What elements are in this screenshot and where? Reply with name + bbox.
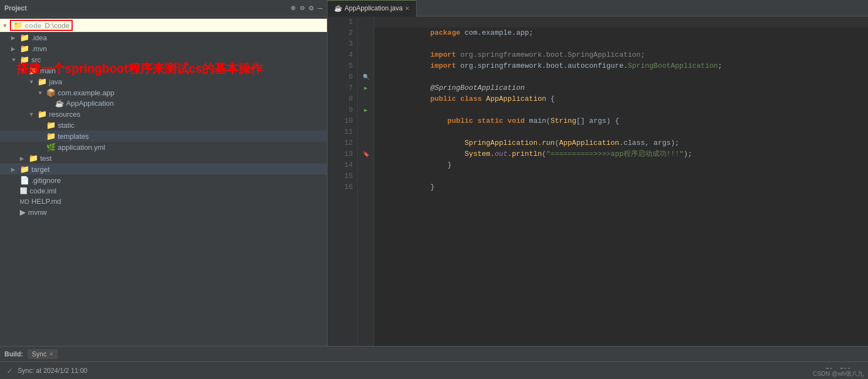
code-folder-label: code xyxy=(25,21,41,30)
line-num-16: 16 xyxy=(332,182,353,193)
minimize-icon[interactable]: — xyxy=(318,4,323,13)
arrow-main xyxy=(20,68,29,74)
dot-12b: . xyxy=(507,150,512,158)
gutter-6: 🔍 xyxy=(358,72,374,83)
tab-appapplication[interactable]: ☕ AppApplication.java ✕ xyxy=(327,0,417,17)
sync-time: Sync: at 2024/1/2 11:00 xyxy=(18,367,88,375)
settings-icon[interactable]: ⊕ xyxy=(291,3,295,13)
build-tab-close[interactable]: ✕ xyxy=(49,351,53,357)
code-line-15[interactable]: } xyxy=(374,171,868,182)
line-num-6: 6 xyxy=(332,72,353,83)
java-file-icon: ☕ xyxy=(55,99,64,107)
folder-icon-resources: 📁 xyxy=(37,110,47,118)
tree-item-test[interactable]: 📁 test xyxy=(0,153,327,164)
import-path-4c: ; xyxy=(718,62,722,70)
arrow-resources xyxy=(29,111,37,117)
tab-close-button[interactable]: ✕ xyxy=(405,5,410,12)
tree-item-gitignore[interactable]: 📄 .gitignore xyxy=(0,175,327,186)
tree-item-java[interactable]: 📁 java xyxy=(0,76,327,87)
line-num-12: 12 xyxy=(332,138,353,149)
folder-icon-static: 📁 xyxy=(46,121,56,129)
folder-icon-target: 📁 xyxy=(20,165,29,174)
arr-9: [] args) { xyxy=(576,117,619,125)
test-label: test xyxy=(40,154,52,163)
gitignore-label: .gitignore xyxy=(31,176,61,185)
gutter-16 xyxy=(358,182,374,193)
tree-item-templates[interactable]: 📁 templates xyxy=(0,131,327,142)
println-12: println xyxy=(512,150,542,158)
arrow-none7 xyxy=(11,198,20,204)
import-kw-4: import xyxy=(430,62,456,70)
line-num-5: 5 xyxy=(332,61,353,72)
kw-static-9: static xyxy=(477,117,503,125)
tree-item-appapplication[interactable]: ☕ AppApplication xyxy=(0,98,327,109)
folder-icon-java: 📁 xyxy=(37,77,47,86)
str-12: "==========>>>>app程序启动成功!!!" xyxy=(546,150,684,158)
tree-item-mvn[interactable]: 📁 .mvn xyxy=(0,43,327,54)
tree-item-target[interactable]: 📁 target xyxy=(0,164,327,175)
build-content: ✓ Sync: at 2024/1/2 11:00 53 s 598 ms xyxy=(0,362,868,379)
tree-item-resources[interactable]: 📁 resources xyxy=(0,109,327,120)
line-num-8: 8 xyxy=(332,94,353,105)
code-line-11[interactable]: SpringApplication.run(AppApplication.cla… xyxy=(374,127,868,138)
tree-item-mvnw[interactable]: ▶ mvnw xyxy=(0,207,327,218)
code-line-3[interactable]: import org.springframework.boot.SpringAp… xyxy=(374,39,868,50)
appapplication-label: AppApplication xyxy=(66,99,114,107)
tree-item-idea[interactable]: 📁 .idea xyxy=(0,32,327,43)
gutter-9[interactable]: ▶ xyxy=(358,105,374,116)
md-icon: MD xyxy=(20,198,29,205)
annotation-6: @SpringBootApplication xyxy=(430,84,525,92)
collapse-icon[interactable]: ⊖ xyxy=(300,3,304,13)
tree-item-static[interactable]: 📁 static xyxy=(0,120,327,131)
tree-item-yml[interactable]: 🌿 application.yml xyxy=(0,142,327,153)
code-editor[interactable]: package com.example.app; import org.spri… xyxy=(374,17,868,346)
build-panel: Build: Sync ✕ ✓ Sync: at 2024/1/2 11:00 … xyxy=(0,346,868,379)
arrow-target xyxy=(11,166,20,172)
project-tree[interactable]: 📁 code D:\code 📁 .idea 📁 .mvn xyxy=(0,17,327,346)
arrow-none5 xyxy=(11,177,20,183)
code-line-6[interactable]: @SpringBootApplication xyxy=(374,72,868,83)
kw-class-7: class xyxy=(460,95,482,103)
classarg-11: .class, args); xyxy=(619,139,679,147)
methodsig-9: main( xyxy=(525,117,550,125)
tree-item-helpmd[interactable]: MD HELP.md xyxy=(0,196,327,207)
kw-public-9: public xyxy=(447,117,473,125)
code-line-1[interactable]: package com.example.app; xyxy=(374,17,868,28)
target-label: target xyxy=(31,165,50,174)
iml-label: code.iml xyxy=(30,187,56,195)
tree-item-main[interactable]: 📁 main xyxy=(0,65,327,76)
tab-filename: AppApplication.java xyxy=(345,4,402,12)
code-folder-box: 📁 code D:\code xyxy=(10,20,73,31)
tree-item-code[interactable]: 📁 code D:\code xyxy=(0,19,327,32)
import-path-3: org.springframework.boot.SpringApplicati… xyxy=(456,51,645,59)
build-header: Build: Sync ✕ xyxy=(0,346,868,362)
mvnw-icon: ▶ xyxy=(20,208,26,216)
build-tab-label: Sync xyxy=(32,350,47,358)
line-numbers: 1 2 3 4 5 6 7 8 9 10 11 12 13 14 15 16 xyxy=(327,17,358,346)
cls-system-12: System xyxy=(465,150,490,158)
args-11: ( xyxy=(555,139,559,147)
folder-icon-code: 📁 xyxy=(13,21,23,30)
arrow-package xyxy=(37,90,46,96)
tree-item-iml[interactable]: ⬜ code.iml xyxy=(0,186,327,196)
gutter-7[interactable]: ▶ xyxy=(358,83,374,94)
build-sync-tab[interactable]: Sync ✕ xyxy=(28,349,58,359)
line-num-15: 15 xyxy=(332,171,353,182)
tab-java-icon: ☕ xyxy=(334,4,342,12)
status-bar: CSDN @wh张八九 xyxy=(809,369,868,379)
yml-file-icon: 🌿 xyxy=(46,143,56,151)
arrow-test xyxy=(20,155,29,161)
brace-13: } xyxy=(447,161,452,169)
gear-icon[interactable]: ⚙ xyxy=(309,3,313,13)
gutter: 🔍 ▶ ▶ 🔖 xyxy=(358,17,374,346)
tree-item-package[interactable]: 📦 com.example.app xyxy=(0,87,327,98)
line-num-9: 9 xyxy=(332,105,353,116)
code-line-9[interactable]: public static void main(String[] args) { xyxy=(374,105,868,116)
tree-item-src[interactable]: 📁 src xyxy=(0,54,327,65)
arrow-none3 xyxy=(37,133,46,139)
code-line-16[interactable] xyxy=(374,182,868,193)
line-num-7: 7 xyxy=(332,83,353,94)
gutter-13: 🔖 xyxy=(358,149,374,160)
arrow-idea xyxy=(11,35,20,41)
sidebar-toolbar: ⊕ ⊖ ⚙ — xyxy=(291,3,323,13)
